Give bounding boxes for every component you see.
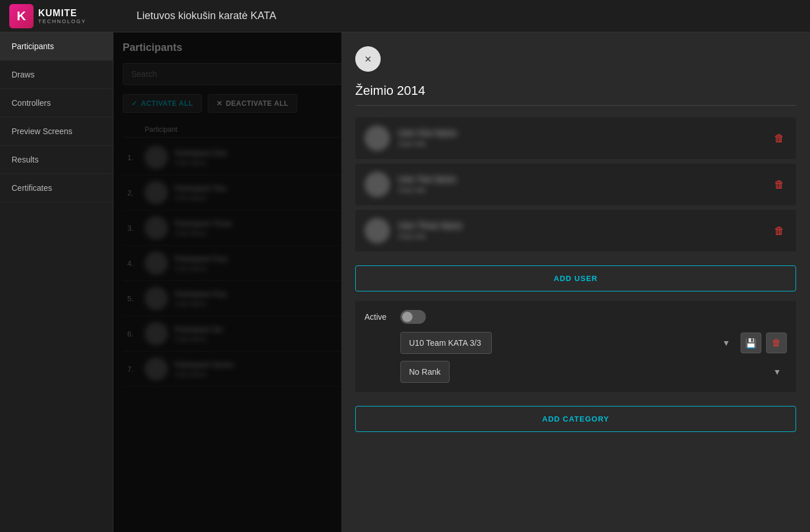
category-select[interactable]: U10 Team KATA 3/3 U12 Team KATA U14 Indi… [400, 332, 492, 354]
close-icon: × [365, 53, 371, 66]
sidebar-item-participants[interactable]: Participants [0, 32, 113, 61]
avatar [365, 218, 390, 243]
sidebar-item-controllers[interactable]: Controllers [0, 89, 113, 117]
chevron-down-icon: ▼ [722, 338, 730, 348]
delete-category-button[interactable]: 🗑 [766, 332, 787, 353]
add-user-button[interactable]: ADD USER [355, 265, 796, 291]
user-card: User One Name Club Info 🗑 [355, 117, 796, 159]
category-section: Active U10 Team KATA 3/3 U12 Team KATA U… [355, 301, 796, 392]
sidebar-item-draws[interactable]: Draws [0, 61, 113, 89]
logo-area: K KUMITE TECHNOLOGY [9, 4, 123, 28]
delete-user-button[interactable]: 🗑 [772, 130, 787, 147]
rank-dropdown-wrapper: No Rank 8th Kyu 7th Kyu ▼ [400, 361, 787, 383]
modal-overlay: × Žeimio 2014 User One Name Club Info 🗑 [113, 32, 810, 532]
trash-icon: 🗑 [772, 338, 781, 348]
logo-k-icon: K [9, 4, 34, 28]
rank-select[interactable]: No Rank 8th Kyu 7th Kyu [400, 361, 450, 383]
category-dropdown-row: U10 Team KATA 3/3 U12 Team KATA U14 Indi… [400, 332, 787, 354]
content-area: Participants ✓ ACTIVATE ALL ✕ DEACTIVATE… [113, 32, 810, 532]
modal-title: Žeimio 2014 [355, 83, 796, 106]
active-label: Active [365, 312, 393, 322]
app-header: K KUMITE TECHNOLOGY Lietuvos kiokušin ka… [0, 0, 810, 32]
delete-user-button[interactable]: 🗑 [772, 176, 787, 193]
avatar [365, 125, 390, 151]
add-category-button[interactable]: ADD CATEGORY [355, 406, 796, 432]
category-dropdown-wrapper: U10 Team KATA 3/3 U12 Team KATA U14 Indi… [400, 332, 736, 354]
close-button[interactable]: × [355, 46, 381, 72]
sidebar-item-preview-screens[interactable]: Preview Screens [0, 117, 113, 146]
user-card: User Three Name Club Info 🗑 [355, 210, 796, 252]
save-icon: 💾 [745, 338, 757, 349]
active-row: Active [365, 310, 787, 324]
trash-icon: 🗑 [774, 132, 785, 144]
brand-name: KUMITE [38, 8, 86, 19]
logo-text: KUMITE TECHNOLOGY [38, 8, 86, 24]
sidebar-item-certificates[interactable]: Certificates [0, 174, 113, 202]
delete-user-button[interactable]: 🗑 [772, 223, 787, 239]
modal-panel: × Žeimio 2014 User One Name Club Info 🗑 [341, 32, 810, 532]
user-card: User Two Name Club Info 🗑 [355, 164, 796, 205]
brand-sub: TECHNOLOGY [38, 19, 86, 24]
trash-icon: 🗑 [774, 225, 785, 237]
page-title: Lietuvos kiokušin karatė KATA [123, 10, 276, 22]
sidebar: Participants Draws Controllers Preview S… [0, 32, 113, 532]
avatar [365, 172, 390, 197]
trash-icon: 🗑 [774, 179, 785, 190]
rank-row: No Rank 8th Kyu 7th Kyu ▼ [400, 361, 787, 383]
main-layout: Participants Draws Controllers Preview S… [0, 32, 810, 532]
toggle-thumb [402, 312, 413, 322]
sidebar-item-results[interactable]: Results [0, 146, 113, 174]
save-category-button[interactable]: 💾 [741, 332, 761, 353]
chevron-down-icon: ▼ [773, 367, 781, 376]
active-toggle[interactable] [400, 310, 426, 324]
